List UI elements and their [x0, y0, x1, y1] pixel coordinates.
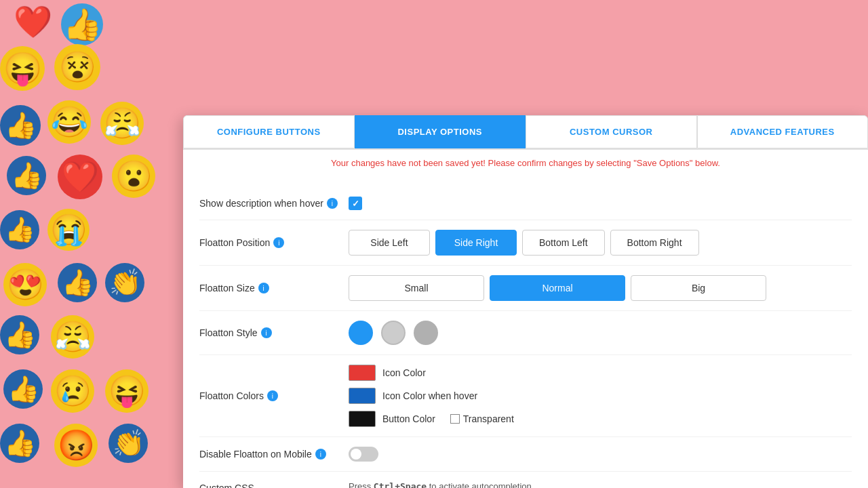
icon-hover-color-swatch[interactable]	[349, 388, 376, 404]
button-color-swatch[interactable]	[349, 411, 376, 427]
tab-advanced-features[interactable]: ADVANCED FEATURES	[697, 115, 869, 148]
custom-css-control: Press Ctrl+Space to activate autocomplet…	[349, 481, 852, 488]
position-info[interactable]: i	[273, 237, 284, 248]
show-description-info[interactable]: i	[327, 198, 338, 209]
position-side-left[interactable]: Side Left	[349, 230, 430, 256]
show-description-label: Show description when hover i	[199, 198, 349, 209]
show-description-row: Show description when hover i	[199, 187, 852, 220]
size-label: Floatton Size i	[199, 283, 349, 293]
color-list: Icon Color Icon Color when hover Button …	[349, 365, 514, 427]
position-control: Side Left Side Right Bottom Left Bottom …	[349, 230, 852, 256]
icon-color-row: Icon Color	[349, 365, 514, 381]
size-normal[interactable]: Normal	[490, 275, 625, 301]
position-row: Floatton Position i Side Left Side Right…	[199, 220, 852, 266]
style-info[interactable]: i	[261, 327, 272, 338]
icon-color-label: Icon Color	[382, 367, 426, 378]
size-btn-group: Small Normal Big	[349, 275, 766, 301]
size-big[interactable]: Big	[631, 275, 766, 301]
colors-label: Floatton Colors i	[199, 390, 349, 401]
size-info[interactable]: i	[258, 283, 269, 293]
position-bottom-left[interactable]: Bottom Left	[522, 230, 605, 256]
emoji-decoration: ❤️ 👍 😝 😵 👍 😂 😤 👍 ❤️ 😮 👍 😭 😍 👍 👏 👍 😤 👍 😢 …	[0, 0, 183, 488]
warning-text: Your changes have not been saved yet! Pl…	[331, 158, 720, 168]
disable-mobile-row: Disable Floatton on Mobile i	[199, 437, 852, 472]
tab-display-options[interactable]: DISPLAY OPTIONS	[355, 115, 526, 148]
custom-css-label: Custom CSS	[199, 481, 349, 488]
style-outline-gray[interactable]	[381, 321, 406, 345]
style-control	[349, 321, 852, 345]
button-color-label: Button Color	[382, 413, 435, 424]
colors-control: Icon Color Icon Color when hover Button …	[349, 365, 852, 427]
settings-panel: CONFIGURE BUTTONS DISPLAY OPTIONS CUSTOM…	[183, 115, 868, 488]
size-control: Small Normal Big	[349, 275, 852, 301]
position-side-right[interactable]: Side Right	[435, 230, 517, 256]
style-filled-blue[interactable]	[349, 321, 373, 345]
disable-mobile-label: Disable Floatton on Mobile i	[199, 449, 349, 460]
size-row: Floatton Size i Small Normal Big	[199, 266, 852, 311]
show-description-checkbox[interactable]	[349, 197, 362, 210]
position-btn-group: Side Left Side Right Bottom Left Bottom …	[349, 230, 699, 256]
style-circle-gray[interactable]	[414, 321, 438, 345]
colors-row: Floatton Colors i Icon Color Icon Color …	[199, 355, 852, 437]
icon-hover-color-row: Icon Color when hover	[349, 388, 514, 404]
icon-hover-color-label: Icon Color when hover	[382, 390, 477, 401]
custom-css-row: Custom CSS Press Ctrl+Space to activate …	[199, 472, 852, 488]
disable-mobile-control	[349, 447, 852, 462]
button-color-row: Button Color Transparent	[349, 411, 514, 427]
style-label: Floatton Style i	[199, 327, 349, 338]
transparent-label: Transparent	[463, 413, 514, 424]
disable-mobile-info[interactable]: i	[315, 449, 326, 460]
transparent-checkbox[interactable]	[450, 414, 460, 424]
position-label: Floatton Position i	[199, 237, 349, 248]
position-bottom-right[interactable]: Bottom Right	[610, 230, 699, 256]
size-small[interactable]: Small	[349, 275, 484, 301]
style-row: Floatton Style i	[199, 311, 852, 355]
icon-color-swatch[interactable]	[349, 365, 376, 381]
transparent-option: Transparent	[450, 413, 514, 424]
tab-custom-cursor[interactable]: CUSTOM CURSOR	[526, 115, 697, 148]
css-hint-text: Press Ctrl+Space to activate autocomplet…	[349, 481, 534, 488]
style-circles-group	[349, 321, 438, 345]
show-description-control	[349, 197, 852, 210]
content-area: Show description when hover i Floatton P…	[183, 176, 868, 488]
colors-info[interactable]: i	[267, 390, 278, 401]
disable-mobile-toggle[interactable]	[349, 447, 378, 462]
tab-configure-buttons[interactable]: CONFIGURE BUTTONS	[183, 115, 355, 148]
tab-bar: CONFIGURE BUTTONS DISPLAY OPTIONS CUSTOM…	[183, 115, 868, 150]
transparent-check-group: Transparent	[450, 413, 514, 424]
warning-message: Your changes have not been saved yet! Pl…	[183, 150, 868, 176]
